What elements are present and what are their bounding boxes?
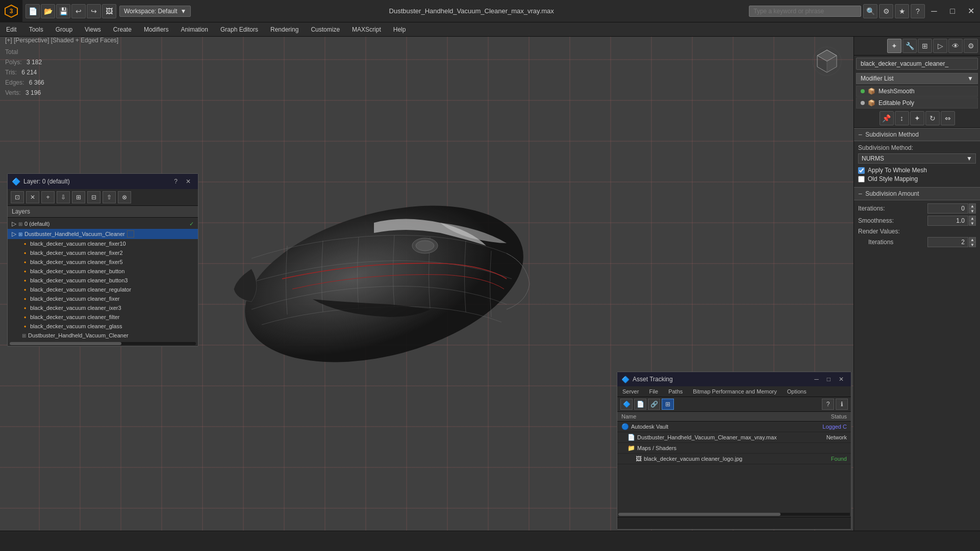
object-name-field[interactable]: black_decker_vacuum_cleaner_: [856, 58, 978, 70]
asset-row-maps[interactable]: 📁 Maps / Shaders: [617, 443, 851, 454]
modifier-editablepoly[interactable]: 📦 Editable Poly: [856, 97, 978, 109]
render-btn[interactable]: 🖼: [102, 4, 116, 18]
iterations-up[interactable]: ▲: [969, 203, 976, 208]
layer-btn-1[interactable]: ⊡: [11, 191, 24, 203]
layer-row-12[interactable]: ⊞ Dustbuster_Handheld_Vacuum_Cleaner: [8, 331, 198, 340]
layer-scrollbar-inner[interactable]: [10, 342, 121, 345]
scale-icon-btn[interactable]: ⇔: [941, 111, 955, 125]
asset-help-btn[interactable]: ?: [822, 399, 834, 410]
asset-scrollbar-inner[interactable]: [618, 513, 781, 516]
create-panel-btn[interactable]: ✦: [887, 39, 901, 53]
maximize-btn[interactable]: □: [943, 4, 962, 18]
subdivision-method-collapse[interactable]: −: [858, 130, 862, 139]
cube-gizmo[interactable]: [812, 46, 842, 76]
layer-help-btn[interactable]: ?: [171, 177, 181, 186]
menu-customize[interactable]: Customize: [305, 24, 346, 35]
layer-row-11[interactable]: 🔸 black_decker_vacuum cleaner_glass: [8, 322, 198, 331]
iterations-input[interactable]: [927, 203, 968, 214]
asset-btn-4[interactable]: ⊞: [662, 399, 674, 410]
display-panel-btn[interactable]: 👁: [948, 39, 963, 53]
smoothness-input[interactable]: [927, 216, 968, 226]
menu-graph-editors[interactable]: Graph Editors: [214, 24, 264, 35]
asset-menu-server[interactable]: Server: [617, 386, 644, 397]
menu-views[interactable]: Views: [79, 24, 107, 35]
layer-btn-5[interactable]: ⊞: [72, 191, 85, 203]
minimize-btn[interactable]: ─: [925, 4, 943, 18]
layer-row-7[interactable]: 🔸 black_decker_vacuum cleaner_regulator: [8, 285, 198, 294]
move-icon-btn[interactable]: ✦: [910, 111, 924, 125]
asset-maximize-btn[interactable]: □: [824, 375, 834, 384]
pin-btn[interactable]: 📌: [880, 111, 894, 125]
more-search-btn[interactable]: ⚙: [879, 4, 893, 18]
modifier-list-dropdown[interactable]: Modifier List ▼: [856, 73, 978, 84]
menu-edit[interactable]: Edit: [0, 24, 23, 35]
menu-create[interactable]: Create: [107, 24, 138, 35]
render-iterations-input[interactable]: [927, 237, 968, 247]
rotate-icon-btn[interactable]: ↻: [925, 111, 940, 125]
asset-info-btn[interactable]: ℹ: [836, 399, 848, 410]
redo-btn[interactable]: ↪: [87, 4, 101, 18]
help-btn[interactable]: ?: [911, 4, 925, 18]
layer-btn-4[interactable]: ⇩: [57, 191, 70, 203]
asset-menu-paths[interactable]: Paths: [663, 386, 688, 397]
layer-row-0[interactable]: ▷ ⊞ 0 (default) ✓: [8, 219, 198, 229]
layer-btn-delete[interactable]: ✕: [26, 191, 39, 203]
smoothness-up[interactable]: ▲: [969, 216, 976, 221]
layer-row-2[interactable]: 🔸 black_decker_vacuum cleaner_fixer10: [8, 239, 198, 248]
asset-btn-3[interactable]: 🔗: [648, 399, 660, 410]
menu-group[interactable]: Group: [49, 24, 79, 35]
iterations-down[interactable]: ▼: [969, 208, 976, 214]
search-btn[interactable]: 🔍: [863, 4, 877, 18]
apply-whole-mesh-checkbox[interactable]: [858, 167, 865, 174]
open-file-btn[interactable]: 📂: [41, 4, 55, 18]
star-btn[interactable]: ★: [895, 4, 909, 18]
layer-scrollbar[interactable]: [10, 342, 196, 345]
layer-btn-8[interactable]: ⊗: [118, 191, 131, 203]
menu-tools[interactable]: Tools: [23, 24, 49, 35]
select-icon-btn[interactable]: ↕: [895, 111, 909, 125]
asset-menu-bitmap[interactable]: Bitmap Performance and Memory: [688, 386, 782, 397]
subdivision-amount-collapse[interactable]: −: [858, 190, 862, 198]
layer-row-9[interactable]: 🔸 black_decker_vacuum cleaner_ixer3: [8, 303, 198, 312]
smoothness-down[interactable]: ▼: [969, 221, 976, 226]
layer-close-btn[interactable]: ✕: [183, 177, 194, 186]
old-style-mapping-checkbox[interactable]: [858, 176, 865, 182]
layer-row-8[interactable]: 🔸 black_decker_vacuum cleaner_fixer: [8, 294, 198, 303]
layer-row-10[interactable]: 🔸 black_decker_vacuum cleaner_filter: [8, 312, 198, 322]
utilities-panel-btn[interactable]: ⚙: [964, 39, 978, 53]
layer-row-3[interactable]: 🔸 black_decker_vacuum cleaner_fixer2: [8, 248, 198, 257]
asset-menu-file[interactable]: File: [644, 386, 663, 397]
layer-row-5[interactable]: 🔸 black_decker_vacuum cleaner_button: [8, 267, 198, 276]
asset-menu-options[interactable]: Options: [782, 386, 812, 397]
motion-panel-btn[interactable]: ▷: [933, 39, 947, 53]
save-file-btn[interactable]: 💾: [56, 4, 70, 18]
hierarchy-panel-btn[interactable]: ⊞: [918, 39, 932, 53]
layer-btn-add[interactable]: +: [41, 191, 55, 203]
close-btn[interactable]: ✕: [962, 4, 980, 18]
asset-close-btn[interactable]: ✕: [836, 375, 847, 384]
render-iterations-down[interactable]: ▼: [969, 242, 976, 247]
render-iterations-up[interactable]: ▲: [969, 237, 976, 242]
layer-btn-6[interactable]: ⊟: [87, 191, 100, 203]
modifier-meshsmooth[interactable]: 📦 MeshSmooth: [856, 86, 978, 97]
asset-row-vault[interactable]: 🔵 Autodesk Vault Logged C: [617, 422, 851, 432]
layer-row-4[interactable]: 🔸 black_decker_vacuum cleaner_fixer5: [8, 257, 198, 267]
subdivision-method-dropdown[interactable]: NURMS ▼: [858, 153, 976, 164]
menu-maxscript[interactable]: MAXScript: [346, 24, 387, 35]
layer-btn-7[interactable]: ⇧: [103, 191, 116, 203]
undo-btn[interactable]: ↩: [71, 4, 86, 18]
new-file-btn[interactable]: 📄: [26, 4, 40, 18]
layer-row-6[interactable]: 🔸 black_decker_vacuum cleaner_button3: [8, 276, 198, 285]
asset-btn-2[interactable]: 📄: [634, 399, 646, 410]
asset-minimize-btn[interactable]: ─: [811, 375, 822, 384]
asset-scrollbar[interactable]: [618, 513, 850, 516]
asset-btn-1[interactable]: 🔷: [620, 399, 633, 410]
menu-help[interactable]: Help: [387, 24, 412, 35]
menu-modifiers[interactable]: Modifiers: [138, 24, 175, 35]
workspace-dropdown[interactable]: Workspace: Default ▼: [119, 6, 191, 17]
asset-row-logo[interactable]: 🖼 black_decker_vacuum cleaner_logo.jpg F…: [617, 454, 851, 464]
menu-animation[interactable]: Animation: [175, 24, 214, 35]
modify-panel-btn[interactable]: 🔧: [902, 39, 917, 53]
layer-row-1[interactable]: ▷ ⊞ Dustbuster_Handheld_Vacuum_Cleaner: [8, 229, 198, 239]
search-input[interactable]: [753, 8, 835, 15]
